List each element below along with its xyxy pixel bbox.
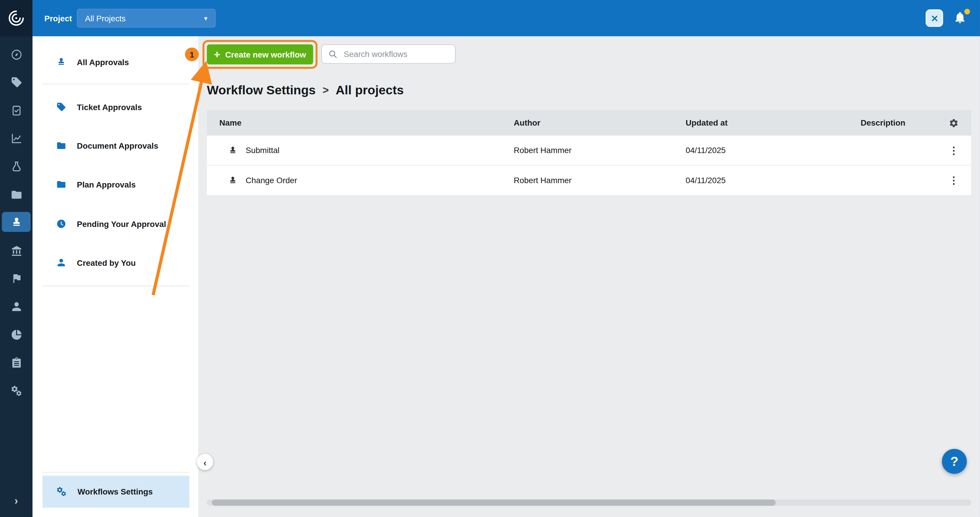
cell-author: Robert Hammer: [501, 175, 673, 185]
sidebar-item-plan-approvals[interactable]: Plan Approvals: [42, 172, 189, 197]
table-settings-button[interactable]: [936, 118, 971, 128]
plus-icon: +: [214, 49, 220, 60]
table-row[interactable]: Submittal Robert Hammer 04/11/2025 ⋮: [207, 135, 971, 165]
rail-item-forms[interactable]: [0, 353, 32, 372]
gears-icon: [56, 486, 67, 497]
rail-item-tasks[interactable]: [0, 100, 32, 120]
tag-icon: [56, 102, 66, 112]
rail-item-people[interactable]: [0, 296, 32, 317]
breadcrumb-separator: >: [323, 84, 329, 97]
stamp-icon: [56, 57, 66, 67]
notification-dot: [964, 9, 970, 14]
row-menu-button[interactable]: ⋮: [936, 175, 971, 185]
workflow-name: Submittal: [246, 146, 280, 155]
sidebar-item-created-by-you[interactable]: Created by You: [42, 250, 189, 275]
chevron-down-icon: ▾: [204, 14, 207, 22]
sidebar-item-all-approvals[interactable]: All Approvals: [42, 49, 189, 75]
sidebar-item-pending-your-approval[interactable]: Pending Your Approval: [42, 211, 189, 236]
column-header-updated-at: Updated at: [673, 118, 848, 128]
create-workflow-label: Create new workflow: [225, 50, 306, 59]
kebab-icon: ⋮: [949, 175, 959, 185]
sidebar-divider: [42, 472, 189, 472]
app-window: › Project All Projects ▾ All Approvals: [0, 0, 980, 517]
rail-item-settings[interactable]: [0, 380, 32, 401]
search-workflows: [321, 45, 455, 64]
gear-icon: [949, 118, 959, 128]
horizontal-scrollbar: [207, 500, 971, 506]
row-menu-button[interactable]: ⋮: [936, 145, 971, 155]
breadcrumb-section: Workflow Settings: [207, 83, 315, 97]
search-input[interactable]: [342, 49, 449, 59]
flask-icon: [10, 161, 22, 172]
clipboard-icon: [10, 356, 22, 369]
table-header-row: Name Author Updated at Description: [207, 110, 971, 136]
app-logo[interactable]: [0, 0, 32, 36]
folder-icon: [10, 188, 22, 200]
project-label: Project: [45, 0, 72, 36]
stamp-icon: [228, 146, 237, 155]
scrollbar-thumb[interactable]: [212, 500, 775, 506]
rail-expand-button[interactable]: ›: [0, 491, 32, 511]
chart-icon: [10, 132, 22, 144]
rail-item-tags[interactable]: [0, 72, 32, 92]
rail-item-specifications[interactable]: [0, 156, 32, 176]
notifications-button[interactable]: [953, 11, 968, 25]
breadcrumb-current: All projects: [336, 83, 404, 97]
approvals-sidebar: All Approvals Ticket Approvals Document …: [32, 36, 198, 517]
clipboard-check-icon: [10, 104, 22, 116]
project-selector-value: All Projects: [85, 13, 126, 23]
column-header-name: Name: [207, 118, 501, 128]
sidebar-item-label: Document Approvals: [77, 141, 158, 150]
sidebar-divider: [42, 286, 189, 286]
stamp-icon: [10, 216, 22, 228]
sidebar-item-label: All Approvals: [77, 57, 129, 67]
building-icon: [10, 245, 22, 257]
cell-name: Submittal: [207, 146, 501, 155]
folder-icon: [56, 141, 66, 151]
topbar: Project All Projects ▾: [32, 0, 980, 36]
help-label: ?: [950, 454, 958, 469]
cell-author: Robert Hammer: [501, 146, 673, 155]
sidebar-item-label: Pending Your Approval: [77, 219, 166, 228]
rail-item-approvals[interactable]: [2, 212, 30, 232]
sidebar-collapse-button[interactable]: ‹: [197, 454, 213, 470]
apps-icon: [930, 13, 939, 23]
sidebar-item-ticket-approvals[interactable]: Ticket Approvals: [42, 94, 189, 119]
person-icon: [10, 300, 22, 312]
cell-name: Change Order: [207, 175, 501, 185]
rail-item-dashboard[interactable]: [0, 45, 32, 64]
rail-item-reports[interactable]: [0, 128, 32, 148]
workflows-table: Name Author Updated at Description Submi…: [207, 110, 971, 196]
column-header-description: Description: [848, 118, 937, 128]
cell-updated-at: 04/11/2025: [673, 175, 848, 185]
rail-item-files[interactable]: [0, 184, 32, 204]
column-header-author: Author: [501, 118, 673, 128]
folder-icon: [56, 179, 66, 189]
rail-item-analytics[interactable]: [0, 325, 32, 344]
create-workflow-button[interactable]: + Create new workflow: [207, 45, 313, 64]
search-icon: [328, 49, 337, 59]
table-row[interactable]: Change Order Robert Hammer 04/11/2025 ⋮: [207, 165, 971, 196]
sidebar-item-label: Created by You: [77, 258, 135, 267]
stamp-icon: [228, 175, 237, 185]
sidebar-item-label: Plan Approvals: [77, 180, 135, 189]
flag-icon: [10, 272, 22, 284]
gears-icon: [10, 385, 22, 397]
tag-icon: [10, 76, 22, 88]
pie-chart-icon: [10, 329, 22, 340]
apps-button[interactable]: [926, 10, 943, 27]
kebab-icon: ⋮: [949, 145, 959, 155]
help-button[interactable]: ?: [942, 449, 967, 474]
compass-icon: [10, 48, 22, 60]
workflow-name: Change Order: [246, 175, 297, 185]
clock-icon: [56, 219, 66, 229]
sidebar-item-document-approvals[interactable]: Document Approvals: [42, 133, 189, 158]
sidebar-item-workflows-settings[interactable]: Workflows Settings: [42, 476, 189, 507]
app-rail: ›: [0, 0, 32, 517]
project-selector[interactable]: All Projects ▾: [77, 9, 216, 27]
rail-item-company[interactable]: [0, 241, 32, 261]
rail-item-flags[interactable]: [0, 268, 32, 288]
annotation-step-badge: 1: [185, 48, 199, 61]
sidebar-item-label: Ticket Approvals: [77, 102, 142, 111]
sidebar-divider: [42, 84, 189, 84]
